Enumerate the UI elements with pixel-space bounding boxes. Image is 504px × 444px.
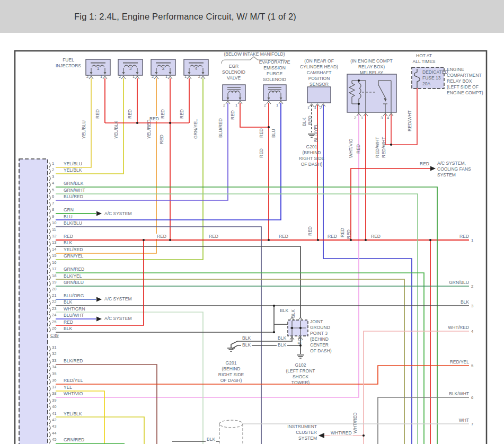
ecm-pin-number: 21	[52, 293, 56, 298]
ecm-pin-number: 40	[52, 404, 56, 410]
g102-label-line: SHOCK	[269, 374, 332, 380]
wire-code-label-vertical: BLK	[297, 336, 302, 344]
wire-code-label-vertical: BLU/YEL	[313, 123, 319, 142]
ac-cooling-fans-label-line: COOLING FANS	[437, 166, 488, 172]
junction-dot	[299, 344, 302, 347]
injector-number: 1	[86, 66, 110, 71]
ecm-pin-number: 25	[52, 319, 56, 325]
camshaft-sensor-box	[307, 87, 331, 103]
ecm-pin-wire-label: WHT/GRN	[64, 306, 85, 312]
ecm-pin-number: 26	[52, 326, 56, 331]
ecm-pin-wire-label: GRN	[64, 207, 74, 212]
wire-code-label: BLK	[277, 342, 287, 348]
g201-cam-label-line: RIGHT SIDE	[280, 156, 343, 162]
wire-code-label-vertical: RED	[159, 135, 164, 144]
junction-dot	[365, 239, 367, 241]
engine-compartment-relay-box-label-line: RELAY BOX	[447, 78, 494, 84]
ecm-pin-number: 43	[52, 424, 56, 429]
ac-cooling-fans-label-line: SYSTEM	[437, 172, 488, 178]
ecm-pin-number: 39	[52, 398, 56, 403]
camshaft-pin-number: 1	[307, 105, 310, 111]
ecm-pin-number: 8	[52, 207, 54, 212]
right-pin-number: 3	[471, 304, 473, 309]
injector-pin-number: 1	[184, 74, 187, 79]
ecm-pin-number: 42	[52, 418, 56, 423]
right-pin-wire-label: WHT/RED	[420, 325, 469, 331]
fuel-injectors-label: FUELINJECTORS	[52, 57, 85, 69]
ecm-pin-number: 9	[52, 214, 54, 219]
joint-ground-point3-label: JOINTGROUNDPOINT 3(BEHINDCENTEROF DASH)	[310, 319, 347, 354]
joint-ground-point3-label-line: OF DASH)	[310, 348, 347, 354]
ac-system-label: A/C SYSTEM	[104, 211, 131, 216]
ac-cooling-fans-label: A/C SYSTEM,COOLING FANSSYSTEM	[437, 161, 488, 178]
ecm-pin-number: 44	[52, 431, 56, 436]
wire-code-label-vertical: BLU	[271, 129, 276, 138]
ecm-pin-wire-label: WHT/VIO	[64, 391, 83, 396]
ecm-pin-number: 24	[52, 313, 56, 318]
wire-code-label-vertical: BLU/RED	[218, 118, 223, 138]
mfi-relay-label: (IN ENGINE COMPTRELAY BOX)MFI RELAY	[340, 58, 403, 76]
ecm-pin-wire-label: GRN/YEL	[64, 253, 83, 259]
injector-pin-number: 2	[119, 74, 121, 79]
ecm-pin-number: 34	[52, 365, 56, 370]
right-pin-wire-label-text: BLK/WHT	[420, 391, 469, 397]
wire-code-label-vertical: BLK	[302, 118, 307, 126]
ecm-pin-number: 45	[52, 437, 56, 442]
instrument-cluster-label-line: CLUSTER	[264, 430, 317, 436]
joint-ground-point3-label-line: JOINT	[310, 319, 347, 325]
camshaft-label-line: POSITION	[287, 76, 351, 82]
ecm-pin-wire-label: GRN/RED	[64, 267, 84, 272]
egr-pin-number: 2	[223, 103, 225, 108]
junction-dot	[136, 122, 138, 124]
right-pin-number: 6	[471, 395, 473, 401]
egr-pin-number: 1	[235, 103, 237, 108]
right-pin-wire-label: WHT	[420, 418, 469, 423]
bus-red-label: RED	[370, 234, 382, 239]
wire-code-label-vertical: WHT/RED	[352, 412, 358, 433]
g201-label-line: (BEHIND	[199, 366, 263, 372]
camshaft-pin-number: 3	[314, 105, 316, 111]
ecm-pin-number: 17	[52, 267, 56, 272]
ecm-pin-number: 1	[52, 161, 54, 166]
engine-compartment-relay-box-label-line: COMPARTMENT	[447, 73, 494, 78]
junction-dot	[143, 239, 145, 241]
ecm-pin-number: 2	[52, 167, 54, 173]
junction-dot	[273, 305, 275, 307]
instrument-cluster-label: INSTRUMENTCLUSTERSYSTEM	[264, 424, 317, 441]
junction-dot	[317, 239, 319, 241]
ecm-pin-wire-label: RED	[64, 234, 73, 239]
injector-number: 2	[151, 66, 175, 71]
right-pin-number: 2	[471, 284, 473, 289]
injector-pin-number: 2	[198, 74, 200, 79]
right-pin-wire-label: RED/YEL	[420, 359, 469, 365]
joint-ground-point3-label-line: (BEHIND	[310, 336, 347, 342]
wire-code-label-vertical: RED	[340, 228, 345, 237]
ac-cooling-fans-label-line: A/C SYSTEM,	[437, 161, 488, 166]
wire-code-label-vertical: RED	[127, 109, 132, 119]
ecm-pin-number: 31	[52, 345, 56, 350]
wire-code-label-vertical: RED	[95, 109, 100, 119]
g201-label-line: G201	[199, 360, 263, 366]
ecm-pin-wire-label: BLK	[64, 326, 72, 331]
ecm-pin-number: 37	[52, 385, 56, 390]
wiring-diagram-page: Fig 1: 2.4L, Engine Performance Circuit,…	[0, 0, 504, 444]
wire-code-label-vertical: RED	[307, 226, 313, 236]
injector-number: 3	[118, 66, 143, 71]
evap-pin-number: 1	[276, 103, 278, 108]
junction-dot	[268, 126, 270, 128]
ecm-pin-number: 20	[52, 287, 56, 292]
right-pin-wire-label-text: BLK	[420, 299, 469, 305]
right-pin-number: 4	[471, 329, 473, 334]
ecm-pin-wire-label: GRN/RED	[64, 437, 84, 442]
ecm-pin-wire-label: BLU/RED	[64, 194, 83, 199]
camshaft-pin-number: 2	[320, 105, 322, 111]
joint-ground-point3-label-line: POINT 3	[310, 331, 347, 336]
right-pin-wire-label-text: RED/YEL	[420, 359, 469, 365]
wire-code-label: BLK	[206, 437, 216, 442]
ecm-pin-wire-label: YEL/BLK	[64, 167, 82, 173]
relay-pin-number: 2	[354, 116, 356, 121]
ecm-pin-number: 15	[52, 253, 56, 259]
wire-code-label: BLK	[241, 335, 252, 341]
ecm-pin-wire-label: YEL	[64, 385, 72, 390]
fuse-label-line: DEDICATED	[422, 69, 446, 75]
